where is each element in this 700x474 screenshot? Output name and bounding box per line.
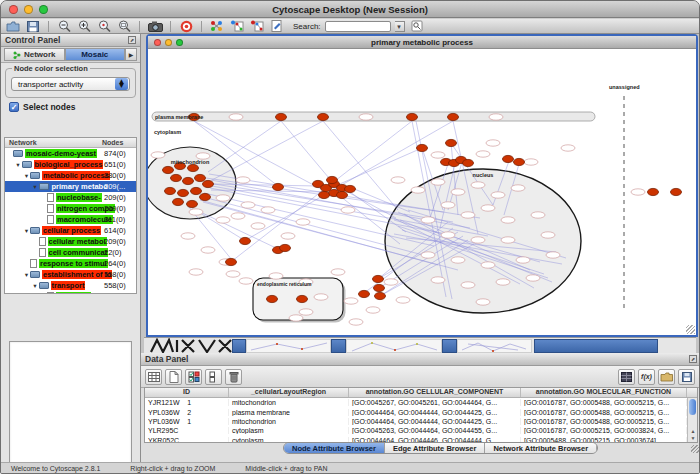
float-panel-icon[interactable]: ⬈	[128, 36, 136, 44]
destroy-view-icon[interactable]	[249, 20, 265, 33]
network-node[interactable]	[276, 113, 287, 120]
network-window-titlebar[interactable]: primary metabolic process	[148, 36, 696, 49]
network-node[interactable]	[359, 290, 370, 297]
network-node[interactable]	[514, 158, 525, 165]
node-label-oval[interactable]	[261, 207, 275, 213]
network-node[interactable]	[297, 295, 308, 302]
matrix-icon[interactable]	[618, 369, 635, 385]
node-label-oval[interactable]	[391, 177, 405, 183]
table-cell[interactable]: [GO:0045263, GO:0044464, GO:0044455, G..…	[349, 427, 521, 434]
node-label-oval[interactable]	[526, 275, 540, 281]
tree-row[interactable]: nitrogen compo209(0)	[5, 203, 136, 214]
node-label-oval[interactable]	[314, 294, 328, 300]
network-node[interactable]	[375, 292, 386, 299]
table-cell[interactable]: YLR295C	[145, 427, 229, 434]
color-attribute-select[interactable]: transporter activity ▲▼	[11, 77, 130, 91]
network-node[interactable]	[203, 180, 214, 187]
node-label-oval[interactable]	[461, 212, 475, 218]
column-header[interactable]: ID	[145, 388, 229, 397]
table-cell[interactable]: [GO:0016787, GO:0005488, GO:0005215, G..…	[521, 409, 687, 416]
node-label-oval[interactable]	[189, 269, 203, 275]
network-node[interactable]	[178, 189, 189, 196]
node-label-oval[interactable]	[281, 233, 295, 239]
node-label-oval[interactable]	[269, 273, 283, 279]
tree-row[interactable]: ▼transport558(0)	[5, 280, 136, 291]
tree-row[interactable]: cellular metabol209(0)	[5, 236, 136, 247]
network-node[interactable]	[173, 198, 184, 205]
node-label-oval[interactable]	[359, 114, 373, 120]
network-edge[interactable]	[281, 121, 334, 184]
network-node[interactable]	[345, 185, 356, 192]
node-label-oval[interactable]	[231, 213, 245, 219]
node-label-oval[interactable]	[486, 140, 500, 146]
scrollbar-thumb[interactable]	[689, 399, 696, 415]
import-attributes-icon[interactable]	[658, 369, 675, 385]
new-attribute-icon[interactable]	[165, 369, 182, 385]
table-row[interactable]: YJR121W__1mitochondrion[GO:0045267, GO:0…	[145, 398, 697, 407]
node-label-oval[interactable]	[239, 278, 253, 284]
network-node[interactable]	[337, 191, 348, 198]
select-nodes-checkbox[interactable]: ✓	[9, 102, 19, 112]
scrollbar-arrows-icon[interactable]: ▲▼	[688, 428, 698, 442]
network-node[interactable]	[188, 164, 199, 171]
zoom-fit-icon[interactable]	[116, 20, 132, 33]
node-label-oval[interactable]	[501, 217, 515, 223]
node-label-oval[interactable]	[299, 309, 313, 315]
node-label-oval[interactable]	[561, 145, 575, 151]
table-cell[interactable]: mitochondrion	[229, 418, 349, 425]
create-view-icon[interactable]	[229, 20, 245, 33]
node-label-oval[interactable]	[341, 207, 355, 213]
help-lifesaver-icon[interactable]	[178, 20, 194, 33]
tab-mosaic[interactable]: Mosaic	[65, 48, 126, 61]
node-label-oval[interactable]	[489, 114, 503, 120]
network-node[interactable]	[165, 187, 176, 194]
table-cell[interactable]: cytoplasm	[229, 427, 349, 434]
node-label-oval[interactable]	[396, 297, 410, 303]
network-node[interactable]	[448, 113, 459, 120]
network-node[interactable]	[407, 113, 418, 120]
node-label-oval[interactable]	[491, 192, 505, 198]
network-node[interactable]	[171, 174, 182, 181]
search-input[interactable]	[325, 21, 391, 32]
node-label-oval[interactable]	[441, 232, 455, 238]
save-attributes-icon[interactable]	[678, 369, 695, 385]
table-cell[interactable]: [GO:0044464, GO:0044444, GO:0044425, G..…	[349, 418, 521, 425]
node-label-oval[interactable]	[331, 269, 345, 275]
search-options-icon[interactable]	[409, 20, 425, 33]
node-label-oval[interactable]	[251, 223, 265, 229]
node-label-oval[interactable]	[296, 219, 310, 225]
tree-row[interactable]: ▼primary metabo209(...	[5, 181, 136, 192]
node-label-oval[interactable]	[431, 277, 445, 283]
table-cell[interactable]: [GO:0045267, GO:0045261, GO:0044464, G..…	[349, 399, 521, 406]
zoom-out-icon[interactable]	[56, 20, 72, 33]
node-label-oval[interactable]	[471, 182, 485, 188]
background-window-fragment[interactable]	[534, 339, 658, 353]
node-label-oval[interactable]	[441, 202, 455, 208]
node-label-oval[interactable]	[181, 233, 195, 239]
network-node[interactable]	[273, 183, 284, 190]
snapshot-camera-icon[interactable]	[147, 20, 163, 33]
expand-triangle-icon[interactable]: ▼	[23, 173, 30, 179]
node-label-oval[interactable]	[366, 307, 380, 313]
tree-row[interactable]: ▼establishment of lo558(0)	[5, 269, 136, 280]
network-node[interactable]	[446, 139, 457, 146]
node-label-oval[interactable]	[471, 237, 485, 243]
node-label-oval[interactable]	[631, 189, 645, 195]
node-label-oval[interactable]	[516, 257, 530, 263]
node-label-oval[interactable]	[461, 282, 475, 288]
network-node[interactable]	[183, 177, 194, 184]
network-node[interactable]	[327, 176, 338, 183]
node-label-oval[interactable]	[236, 177, 250, 183]
layout-network-icon[interactable]	[209, 20, 225, 33]
node-label-oval[interactable]	[496, 279, 510, 285]
table-scrollbar[interactable]: ▲▼	[687, 398, 697, 442]
expand-triangle-icon[interactable]: ▼	[32, 283, 39, 289]
node-label-oval[interactable]	[481, 262, 495, 268]
tabs-overflow-arrow-icon[interactable]: ▶	[125, 48, 137, 61]
save-icon[interactable]	[25, 20, 41, 33]
tab-node-attribute-browser[interactable]: Node Attribute Browser	[284, 443, 385, 453]
resize-grip-icon[interactable]	[686, 325, 695, 334]
tab-network-attribute-browser[interactable]: Network Attribute Browser	[485, 443, 597, 453]
float-panel-icon[interactable]: ⬈	[689, 355, 697, 363]
search-dropdown-arrow-icon[interactable]: ▼	[395, 21, 405, 32]
